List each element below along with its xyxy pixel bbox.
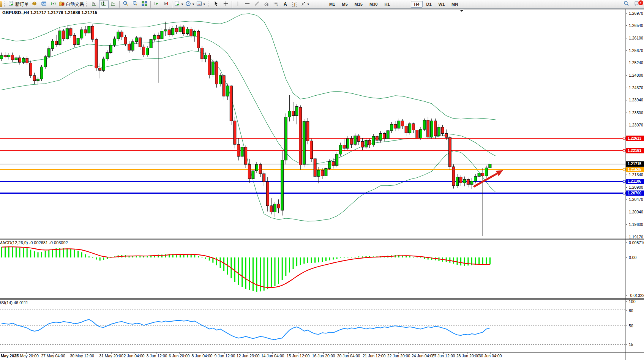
auto-trading-button[interactable]: 自动交易 bbox=[58, 0, 85, 8]
candle-body bbox=[317, 170, 320, 177]
timeframe-button-w1[interactable]: W1 bbox=[436, 1, 448, 8]
zoom-out-button[interactable] bbox=[130, 0, 140, 8]
timeframe-button-h4[interactable]: H4 bbox=[411, 1, 422, 8]
level-anchor[interactable] bbox=[623, 137, 625, 139]
candle-body bbox=[354, 136, 357, 145]
time-label: 28 Jun 20:00 bbox=[456, 354, 480, 358]
text-tool-button[interactable]: A bbox=[281, 0, 290, 8]
clipped-icon bbox=[0, 1, 2, 7]
timeframe-button-d1[interactable]: D1 bbox=[423, 1, 435, 8]
price-tick-label: 1.25670 bbox=[629, 48, 643, 53]
vertical-line-tool-button[interactable] bbox=[233, 0, 243, 8]
candle-body bbox=[197, 32, 200, 48]
price-tick-label: 1.24370 bbox=[629, 85, 643, 90]
market-watch-button[interactable] bbox=[39, 0, 49, 8]
time-label: 27 Jun 12:00 bbox=[432, 354, 455, 358]
candle-body bbox=[470, 181, 473, 185]
timeframe-button-m15[interactable]: M15 bbox=[352, 1, 366, 8]
search-button[interactable] bbox=[621, 0, 631, 8]
timeframe-button-m30[interactable]: M30 bbox=[366, 1, 380, 8]
text-label-tool-button[interactable]: T bbox=[290, 0, 300, 8]
cube-button[interactable] bbox=[30, 0, 39, 8]
candle-body bbox=[226, 86, 229, 96]
price-tick-label: 1.21340 bbox=[629, 172, 643, 177]
tile-windows-icon bbox=[142, 1, 147, 8]
candle-body bbox=[459, 177, 462, 183]
cursor-tool-button[interactable] bbox=[212, 0, 221, 8]
fibonacci-tool-button[interactable]: F bbox=[271, 0, 281, 8]
candle-body bbox=[47, 49, 50, 57]
candle-body bbox=[37, 79, 39, 81]
level-anchor[interactable] bbox=[623, 180, 625, 183]
bar-chart-icon bbox=[92, 1, 97, 8]
candle-body bbox=[11, 55, 14, 60]
candle-body bbox=[237, 144, 240, 156]
price-tick-label: 1.20040 bbox=[629, 210, 643, 214]
line-chart-type-button[interactable] bbox=[109, 0, 118, 8]
timeframe-button-m1[interactable]: M1 bbox=[326, 1, 338, 8]
candle-body bbox=[110, 45, 112, 53]
macd-axis-label: -0.013222 bbox=[629, 293, 644, 298]
candle-body bbox=[139, 38, 141, 47]
trendline-tool-button[interactable] bbox=[252, 0, 262, 8]
candle-body bbox=[281, 160, 284, 210]
level-anchor[interactable] bbox=[623, 150, 625, 152]
crosshair-tool-button[interactable] bbox=[221, 0, 230, 8]
signal-button[interactable] bbox=[49, 0, 58, 8]
line-chart-icon bbox=[110, 1, 116, 8]
cursor-icon bbox=[213, 1, 219, 8]
auto-trading-label: 自动交易 bbox=[66, 1, 84, 8]
rsi-axis-label: 50 bbox=[629, 324, 633, 328]
chart-shift-button[interactable] bbox=[161, 0, 171, 8]
notification-badge: 1 bbox=[638, 0, 644, 6]
chart-window-icon bbox=[41, 1, 47, 8]
chart-canvas[interactable]: 1.269701.265401.261001.256701.252401.248… bbox=[0, 0, 644, 360]
new-order-button[interactable]: 新订单 bbox=[8, 0, 30, 8]
candlestick-icon bbox=[101, 1, 107, 8]
level-price-tag-label: 1.21106 bbox=[628, 179, 641, 183]
period-button[interactable]: ▼ bbox=[185, 0, 196, 8]
zoom-in-button[interactable] bbox=[121, 0, 130, 8]
equidistant-channel-tool-button[interactable]: E bbox=[262, 0, 271, 8]
candle-body bbox=[131, 42, 134, 51]
chevron-down-icon: ▼ bbox=[203, 3, 206, 6]
arrows-tool-button[interactable]: ▼ bbox=[300, 0, 311, 8]
time-label: 27 May 04:00 bbox=[41, 354, 65, 358]
candle-body bbox=[467, 179, 469, 185]
new-order-label: 新订单 bbox=[15, 1, 29, 8]
rsi-axis-label: 100 bbox=[629, 299, 636, 304]
candle-body bbox=[4, 55, 6, 57]
auto-scroll-button[interactable] bbox=[152, 0, 161, 8]
level-anchor[interactable] bbox=[623, 168, 625, 171]
candle-body bbox=[95, 39, 98, 68]
horizontal-line-tool-button[interactable] bbox=[243, 0, 252, 8]
candle-body bbox=[441, 127, 444, 134]
chart-shift-marker[interactable] bbox=[460, 10, 464, 12]
candle-body bbox=[0, 55, 3, 59]
macd-indicator-label: MACD(12,26,9) -0.002681 -0.003092 bbox=[0, 240, 68, 245]
timeframe-button-m5[interactable]: M5 bbox=[339, 1, 350, 8]
toolbar-separator bbox=[119, 1, 120, 8]
candle-body bbox=[398, 121, 400, 128]
timeframe-button-h1[interactable]: H1 bbox=[381, 1, 393, 8]
current-price-tag-label: 1.21715 bbox=[628, 162, 642, 166]
time-label: 6 Jun 20:00 bbox=[169, 354, 190, 358]
level-anchor[interactable] bbox=[623, 192, 625, 194]
time-label: 25 May 20:00 bbox=[14, 354, 39, 358]
toolbar-separator bbox=[172, 1, 172, 8]
bar-chart-type-button[interactable] bbox=[90, 0, 99, 8]
new-chart-button[interactable]: ▼ bbox=[174, 0, 185, 8]
candlestick-chart-type-button[interactable] bbox=[99, 0, 109, 8]
candle-body bbox=[412, 124, 415, 130]
time-label: 12 Jun 23:00 bbox=[237, 354, 260, 358]
template-button[interactable]: ▼ bbox=[196, 0, 207, 8]
candle-body bbox=[44, 57, 47, 67]
time-axis: May 202225 May 20:0027 May 04:0030 May 1… bbox=[1, 352, 502, 358]
price-tick-label: 1.25240 bbox=[629, 60, 643, 65]
candle-body bbox=[69, 28, 72, 35]
timeframe-button-mn[interactable]: MN bbox=[448, 1, 461, 8]
tile-windows-button[interactable] bbox=[140, 0, 149, 8]
candle-body bbox=[172, 28, 174, 35]
notifications-button[interactable]: 1 bbox=[632, 0, 642, 8]
toolbar-grip bbox=[4, 2, 6, 7]
